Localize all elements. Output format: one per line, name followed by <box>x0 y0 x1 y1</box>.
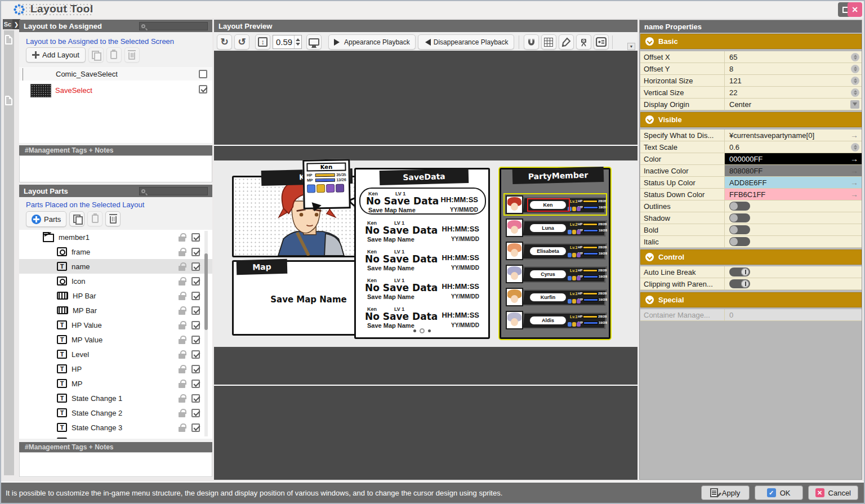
part-visible-checkbox[interactable] <box>191 423 200 432</box>
section-special[interactable]: Special <box>640 292 862 307</box>
layout-item-checkbox[interactable] <box>199 85 207 93</box>
prop-row-display-origin[interactable]: Display Origin Center <box>640 99 862 110</box>
prop-value[interactable]: Center <box>729 100 751 109</box>
prop-value[interactable]: 8 <box>729 65 733 73</box>
party-member-row-cyrus[interactable]: Cyrus Lv.1 HP28/28 MP19/28 <box>506 265 607 284</box>
prop-value[interactable]: ¥currentsavepartyname[0] <box>729 131 814 140</box>
unlock-icon[interactable] <box>179 354 185 359</box>
parts-search-input[interactable] <box>139 187 208 195</box>
prop-row-vertical-size[interactable]: Vertical Size 22 <box>640 87 862 99</box>
apply-button[interactable]: Apply <box>701 485 750 500</box>
camera-button[interactable] <box>576 34 591 50</box>
tree-row-state-change-1[interactable]: T State Change 1 <box>19 391 212 405</box>
prop-row-offset-x[interactable]: Offset X 65 <box>640 51 862 63</box>
tree-row-name[interactable]: T name <box>19 259 212 274</box>
prop-row-inactive-color[interactable]: Inactive Color 808080FF→ <box>640 165 862 177</box>
delete-layout-button[interactable] <box>124 47 140 63</box>
arrow-right-icon[interactable]: → <box>850 166 858 175</box>
prop-value[interactable]: 808080FF <box>729 167 763 175</box>
prop-row-offset-y[interactable]: Offset Y 8 <box>640 63 862 75</box>
prop-value[interactable]: ADD8E6FF <box>729 179 766 187</box>
copy-part-button[interactable] <box>69 211 84 226</box>
disappearance-playback-button[interactable]: Disappearance Playback <box>418 34 514 50</box>
save-slot[interactable]: Ken LV 1 No Save Data Save Map Name HH:M… <box>359 304 486 331</box>
scrollbar-thumb[interactable] <box>204 253 208 330</box>
arrow-right-icon[interactable]: → <box>850 154 858 163</box>
prop-row-specify-display[interactable]: Specify What to Dis... ¥currentsaveparty… <box>640 130 862 141</box>
save-slot[interactable]: Ken LV 1 No Save Data Save Map Name HH:M… <box>359 218 486 245</box>
tree-row-hp[interactable]: T HP <box>19 362 212 376</box>
part-visible-checkbox[interactable] <box>191 365 200 373</box>
part-visible-checkbox[interactable] <box>191 350 200 359</box>
left-strip[interactable] <box>4 30 14 475</box>
part-visible-checkbox[interactable] <box>191 262 200 271</box>
part-visible-checkbox[interactable] <box>191 248 200 256</box>
section-control[interactable]: Control <box>640 249 862 265</box>
party-member-row-luna[interactable]: Luna Lv.2 HP28/28 MP19/28 <box>506 218 607 238</box>
copy-layout-button[interactable] <box>88 47 104 63</box>
zoom-spinner[interactable]: 0.59 <box>273 35 302 49</box>
tree-row-hp-bar[interactable]: HP Bar <box>19 288 212 303</box>
prop-value[interactable]: 000000FF <box>729 155 763 163</box>
assigned-panel-link[interactable]: Layout to be Assigned to the Selected Sc… <box>26 37 174 46</box>
delete-part-button[interactable] <box>105 211 121 226</box>
bold-toggle[interactable] <box>729 225 750 234</box>
part-visible-checkbox[interactable] <box>191 277 200 286</box>
prop-value[interactable]: 121 <box>729 77 742 85</box>
arrow-right-icon[interactable]: → <box>850 131 858 140</box>
save-slot[interactable]: Ken LV 1 No Save Data Save Map Name HH:M… <box>359 247 486 274</box>
unlock-icon[interactable] <box>179 383 185 388</box>
snap-magnet-button[interactable] <box>524 34 539 50</box>
layout-group-checkbox[interactable] <box>199 70 207 78</box>
add-layout-button[interactable]: Add Layout <box>26 47 86 63</box>
auto-line-break-toggle[interactable] <box>729 267 750 276</box>
part-visible-checkbox[interactable] <box>191 380 200 388</box>
spinner-icon[interactable] <box>851 88 859 97</box>
ok-button[interactable]: ✓ OK <box>755 485 803 500</box>
dropdown-icon[interactable] <box>850 100 859 109</box>
unlock-icon[interactable] <box>179 398 185 403</box>
zoom-down-icon[interactable] <box>296 43 300 48</box>
prop-row-color[interactable]: Color 000000FF→ <box>640 153 862 165</box>
zoom-value[interactable]: 0.59 <box>273 37 294 47</box>
clipping-toggle[interactable] <box>729 279 750 288</box>
part-visible-checkbox[interactable] <box>191 409 200 417</box>
fit-vertical-button[interactable]: ↕ <box>255 34 270 50</box>
preview-canvas[interactable]: Ken Ken HP 35/35 MP 13/26 <box>214 51 637 480</box>
part-visible-checkbox[interactable] <box>191 321 200 329</box>
part-visible-checkbox[interactable] <box>191 233 200 242</box>
tree-row-hp-value[interactable]: T HP Value <box>19 318 212 332</box>
party-member-row-aldis[interactable]: Aldis Lv.1 HP28/28 MP19/28 <box>506 311 607 330</box>
save-slot-selected[interactable]: Ken LV 1 No Save Data Save Map Name HH:M… <box>359 188 486 215</box>
assigned-notes-box[interactable] <box>19 155 212 182</box>
section-visible[interactable]: Visible <box>640 112 862 127</box>
prop-value[interactable]: 0.6 <box>729 143 739 151</box>
tree-row-frame[interactable]: frame <box>19 244 212 259</box>
outlines-toggle[interactable] <box>729 202 750 211</box>
layout-parts-button[interactable] <box>594 34 609 50</box>
unlock-icon[interactable] <box>179 251 185 256</box>
unlock-icon[interactable] <box>179 368 185 373</box>
toolbar-overflow-button[interactable]: ▼ <box>627 43 635 50</box>
prop-row-text-scale[interactable]: Text Scale 0.6 <box>640 141 862 153</box>
prop-row-italic[interactable]: Italic <box>640 236 862 248</box>
tree-row-icon[interactable]: Icon <box>19 274 212 288</box>
parts-notes-box[interactable] <box>19 452 212 477</box>
unlock-icon[interactable] <box>179 412 185 417</box>
grid-button[interactable] <box>541 34 556 50</box>
tree-row-mp-value[interactable]: T MP Value <box>19 332 212 347</box>
tree-row-state-change-3[interactable]: T State Change 3 <box>19 420 212 435</box>
unlock-icon[interactable] <box>179 310 185 315</box>
appearance-playback-button[interactable]: Appearance Playback <box>328 34 416 50</box>
paste-layout-button[interactable] <box>106 47 122 63</box>
prop-row-shadow[interactable]: Shadow <box>640 212 862 224</box>
prop-row-horizontal-size[interactable]: Horizontal Size 121 <box>640 75 862 87</box>
arrow-right-icon[interactable]: → <box>850 190 858 199</box>
part-visible-checkbox[interactable] <box>191 336 200 344</box>
unlock-icon[interactable] <box>179 266 185 271</box>
spinner-icon[interactable] <box>851 77 859 85</box>
prop-row-auto-line-break[interactable]: Auto Line Break <box>640 266 862 278</box>
zoom-up-icon[interactable] <box>296 36 300 41</box>
spinner-icon[interactable] <box>851 143 859 151</box>
party-member-row-kurfin[interactable]: Kurfin Lv.1 HP28/28 MP19/28 <box>506 288 607 307</box>
